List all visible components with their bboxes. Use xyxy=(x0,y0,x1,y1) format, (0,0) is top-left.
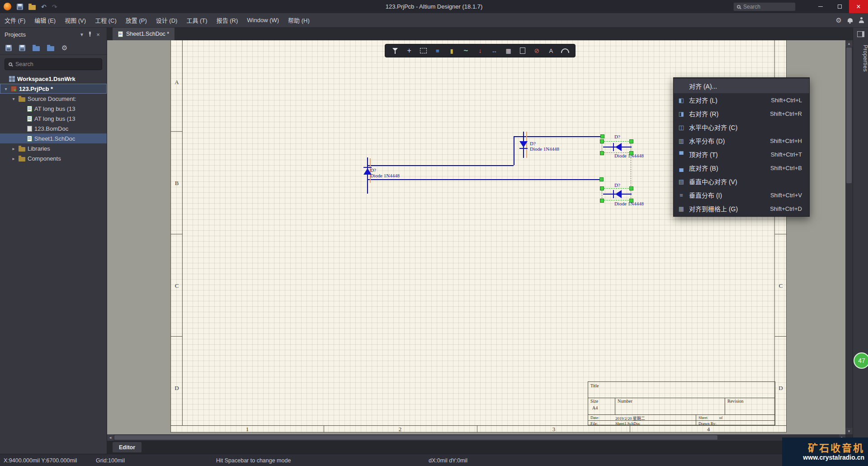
measure-icon[interactable]: ↔ xyxy=(489,45,500,56)
selection-handle[interactable] xyxy=(600,186,604,190)
save-project-icon[interactable] xyxy=(5,45,12,51)
selection-handle[interactable] xyxy=(629,151,633,155)
projects-search-input[interactable] xyxy=(15,61,98,67)
menu-reports[interactable]: 报告 (R) xyxy=(212,13,243,27)
tree-item-doc-at-long-bus-2[interactable]: AT long bus (13 xyxy=(0,114,107,124)
menu-item-align-center-horizontal[interactable]: ◫ 水平中心对齐 (C) xyxy=(674,120,809,134)
panels-icon[interactable] xyxy=(857,31,864,37)
menu-place[interactable]: 放置 (P) xyxy=(121,13,151,27)
tree-item-source-documents[interactable]: ▾ Source Document: xyxy=(0,94,107,104)
projects-search[interactable] xyxy=(5,58,102,70)
selection-handle[interactable] xyxy=(600,139,604,143)
altium-logo-icon[interactable] xyxy=(4,3,11,10)
maximize-button[interactable] xyxy=(830,0,849,13)
diode-comment[interactable]: Diode 1N4448 xyxy=(530,146,559,152)
menu-view[interactable]: 视图 (V) xyxy=(60,13,90,27)
save-icon[interactable] xyxy=(17,4,23,10)
wire-segment[interactable] xyxy=(514,136,514,165)
redo-icon[interactable]: ↷ xyxy=(52,4,57,10)
diode-designator[interactable]: D? xyxy=(370,167,376,173)
compile-icon[interactable] xyxy=(33,46,40,51)
user-account-icon[interactable] xyxy=(859,17,864,23)
menu-item-align-center-vertical[interactable]: ▤ 垂直中心对齐 (V) xyxy=(674,175,809,188)
menu-item-distribute-horizontal[interactable]: ▥ 水平分布 (D) Shift+Ctrl+H xyxy=(674,134,809,147)
titlebar-search[interactable] xyxy=(733,2,796,11)
collapse-icon[interactable]: ▾ xyxy=(3,86,9,91)
selection-handle[interactable] xyxy=(629,186,633,190)
panel-pin-icon[interactable] xyxy=(86,32,94,38)
vertical-scroll-thumb[interactable] xyxy=(846,48,852,183)
minimize-button[interactable] xyxy=(811,0,830,13)
scroll-up-icon[interactable]: ▲ xyxy=(845,40,853,47)
tree-item-libraries[interactable]: ▸ Libraries xyxy=(0,143,107,153)
tree-item-bomdoc[interactable]: 123.BomDoc xyxy=(0,124,107,133)
expand-icon[interactable]: ▸ xyxy=(11,146,16,151)
open-document-icon[interactable] xyxy=(28,5,36,10)
selection-handle[interactable] xyxy=(600,199,604,203)
scroll-down-icon[interactable]: ▼ xyxy=(845,428,853,434)
menu-item-align-right[interactable]: ◨ 右对齐 (R) Shift+Ctrl+R xyxy=(674,107,809,120)
horizontal-scrollbar[interactable]: ◄ ► xyxy=(107,434,845,441)
notifications-bell-icon[interactable] xyxy=(848,18,853,22)
sheet-symbol-icon[interactable] xyxy=(517,45,528,56)
tree-item-doc-at-long-bus-1[interactable]: AT long bus (13 xyxy=(0,104,107,114)
tree-item-sheet1[interactable]: Sheet1.SchDoc xyxy=(0,133,107,143)
project-options-gear-icon[interactable]: ⚙ xyxy=(61,44,67,51)
place-part-icon[interactable]: ▮ xyxy=(446,45,457,56)
menu-design[interactable]: 设计 (D) xyxy=(151,13,182,27)
close-button[interactable]: × xyxy=(849,0,868,13)
align-icon[interactable]: ≡ xyxy=(432,45,443,56)
tab-sheet1-schdoc[interactable]: Sheet1.SchDoc * xyxy=(113,28,175,40)
tree-item-workspace[interactable]: Workspace1.DsnWrk xyxy=(0,74,107,84)
panel-dropdown-icon[interactable]: ▼ xyxy=(78,32,86,37)
tab-editor[interactable]: Editor xyxy=(113,442,142,452)
menu-window[interactable]: Window (W) xyxy=(242,13,283,27)
scroll-left-icon[interactable]: ◄ xyxy=(107,434,113,441)
menu-item-align-top[interactable]: ▀ 顶对齐 (T) Shift+Ctrl+T xyxy=(674,147,809,161)
menu-help[interactable]: 帮助 (H) xyxy=(283,13,314,27)
menu-item-align-left[interactable]: ◧ 左对齐 (L) Shift+Ctrl+L xyxy=(674,93,809,107)
panel-close-icon[interactable]: × xyxy=(94,31,102,38)
vertical-scrollbar[interactable]: ▲ ▼ xyxy=(845,40,853,434)
selection-handle[interactable] xyxy=(599,177,604,181)
wire-segment[interactable] xyxy=(367,165,514,166)
tree-item-project[interactable]: ▾ 123.PrjPcb * xyxy=(0,84,107,94)
cross-probe-icon[interactable]: + xyxy=(404,45,415,56)
diode-designator[interactable]: D? xyxy=(614,134,620,139)
menu-tools[interactable]: 工具 (T) xyxy=(182,13,212,27)
selection-handle[interactable] xyxy=(600,134,604,138)
menu-item-align-bottom[interactable]: ▄ 底对齐 (B) Shift+Ctrl+B xyxy=(674,161,809,175)
menu-edit[interactable]: 编辑 (E) xyxy=(30,13,60,27)
tree-item-components[interactable]: ▸ Components xyxy=(0,153,107,163)
save-all-icon[interactable] xyxy=(19,45,25,51)
selection-handle[interactable] xyxy=(629,199,633,203)
power-port-icon[interactable]: ↓ xyxy=(475,45,486,56)
selection-handle[interactable] xyxy=(629,139,633,143)
diode-symbol[interactable] xyxy=(519,141,528,147)
collapse-icon[interactable]: ▾ xyxy=(11,96,16,101)
no-erc-icon[interactable]: ⊘ xyxy=(531,45,542,56)
expand-icon[interactable]: ▸ xyxy=(11,156,16,161)
diode-comment[interactable]: Diode 1N4448 xyxy=(370,173,400,178)
wire-icon[interactable]: ~ xyxy=(461,45,472,56)
settings-gear-icon[interactable]: ⚙ xyxy=(836,17,842,24)
menu-item-align-dialog[interactable]: 对齐 (A)... xyxy=(674,79,809,93)
grid-icon[interactable]: ▦ xyxy=(503,45,514,56)
notification-badge[interactable]: 47 xyxy=(854,352,868,369)
diode-designator[interactable]: D? xyxy=(530,141,536,146)
schematic-canvas[interactable]: A B C D A B C D 1 2 3 4 + ≡ ▮ ~ ↓ ↔ ▦ ⊘ … xyxy=(107,40,845,434)
tab-properties[interactable]: Properties xyxy=(853,45,868,72)
menu-file[interactable]: 文件 (F) xyxy=(0,13,30,27)
text-icon[interactable]: A xyxy=(546,45,557,56)
diode-designator[interactable]: D? xyxy=(614,182,620,188)
filter-icon[interactable] xyxy=(390,45,401,56)
menu-project[interactable]: 工程 (C) xyxy=(90,13,121,27)
search-input[interactable] xyxy=(743,4,792,10)
menu-item-align-to-grid[interactable]: ▦ 对齐到栅格上 (G) Shift+Ctrl+D xyxy=(674,202,809,215)
wire-segment[interactable] xyxy=(368,179,601,180)
selection-area-icon[interactable] xyxy=(418,45,429,56)
selection-handle[interactable] xyxy=(600,151,604,155)
horizontal-scroll-thumb[interactable] xyxy=(114,435,717,440)
arc-icon[interactable] xyxy=(560,45,571,56)
wire-segment[interactable] xyxy=(367,157,368,194)
